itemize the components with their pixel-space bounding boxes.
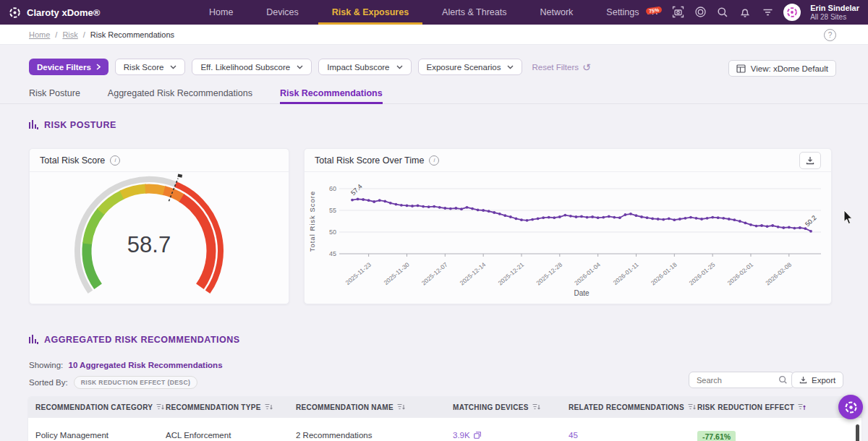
impact-subscore-filter[interactable]: Impact Subscore [318, 59, 411, 75]
reset-filters-button[interactable]: Reset Filters ↺ [532, 61, 590, 73]
nav-item-home[interactable]: Home [192, 0, 250, 25]
column-header-6[interactable]: RISK REDUCTION EFFECT [697, 397, 806, 418]
nav-item-devices[interactable]: Devices [250, 0, 315, 25]
search-icon[interactable] [716, 6, 729, 19]
score-badge: 75% [646, 6, 663, 14]
claroty-logo-icon [9, 7, 21, 19]
breadcrumb-home[interactable]: Home [29, 30, 50, 39]
eff-likelihood-subscore-filter[interactable]: Eff. Likelihood Subscore [192, 59, 312, 75]
tab-risk-posture[interactable]: Risk Posture [29, 85, 80, 103]
svg-text:58.7: 58.7 [127, 232, 171, 257]
help-icon[interactable]: ? [824, 29, 836, 41]
sort-chip[interactable]: RISK REDUCTION EFFECT (DESC) [74, 376, 197, 389]
filter-label: Eff. Likelihood Subscore [200, 63, 290, 72]
mouse-cursor [843, 210, 854, 225]
chevron-down-icon [297, 65, 303, 69]
column-header-2[interactable]: RECOMMENDATION TYPE [166, 397, 273, 418]
table-row[interactable]: Policy ManagementACL Enforcement2 Recomm… [28, 418, 861, 441]
nav-item-alerts-threats[interactable]: Alerts & Threats [425, 0, 523, 25]
breadcrumb-current: Risk Recommendations [90, 30, 174, 39]
export-label: Export [812, 376, 835, 385]
svg-text:Total Risk Score: Total Risk Score [308, 191, 316, 252]
tab-risk-recommendations[interactable]: Risk Recommendations [280, 85, 383, 103]
table-scrollbar[interactable] [856, 424, 859, 441]
info-icon[interactable]: i [429, 155, 439, 166]
card-header: Total Risk Score Over Time i [305, 149, 831, 172]
svg-text:2026-02-08: 2026-02-08 [764, 261, 793, 287]
svg-text:50.2: 50.2 [804, 214, 817, 228]
section-title: AGGREGATED RISK RECOMMENDATIONS [44, 335, 240, 345]
download-icon [799, 376, 807, 384]
svg-text:50: 50 [329, 228, 336, 236]
cell-matching-devices[interactable]: 3.9K [453, 431, 481, 440]
export-button[interactable]: Export [791, 372, 843, 388]
brand-title: Claroty xDome® [27, 7, 100, 18]
download-chart-button[interactable] [799, 152, 821, 169]
risk-score-gauge-icon[interactable]: 75% [643, 6, 662, 19]
risk-score-gauge: 58.7 [30, 171, 289, 304]
open-table-icon [474, 432, 481, 439]
bar-chart-icon [29, 335, 38, 345]
svg-text:2026-02-01: 2026-02-01 [726, 261, 755, 287]
svg-text:2025-11-23: 2025-11-23 [344, 261, 373, 286]
filter-label: Impact Subscore [327, 63, 389, 72]
table-search [689, 372, 794, 388]
nav-item-network[interactable]: Network [524, 0, 590, 25]
column-header-5[interactable]: RELATED RECOMMENDATIONS [569, 397, 696, 418]
related-recommendations-link[interactable]: 45 [569, 431, 578, 440]
column-header-1[interactable]: RECOMMENDATION CATEGORY [35, 397, 164, 418]
table-header-row: RECOMMENDATION CATEGORYRECOMMENDATION TY… [28, 397, 861, 418]
column-header-4[interactable]: MATCHING DEVICES [453, 397, 540, 418]
breadcrumb-separator: / [55, 30, 57, 39]
breadcrumb-separator: / [83, 30, 85, 39]
svg-text:55: 55 [329, 207, 336, 214]
filter-label: Exposure Scenarios [427, 63, 501, 72]
claroty-assistant-fab[interactable] [838, 395, 863, 419]
svg-text:2025-12-21: 2025-12-21 [497, 261, 526, 287]
device-filters-button[interactable]: Device Filters [29, 59, 109, 75]
svg-text:Date: Date [574, 289, 590, 297]
view-selector-button[interactable]: View: xDome Default [728, 60, 836, 77]
top-navbar: Claroty xDome® Home Devices Risk & Expos… [0, 0, 868, 25]
risk-reduction-badge: -77.61% [697, 431, 736, 441]
bar-chart-icon [29, 120, 38, 130]
cell-type: ACL Enforcement [166, 431, 231, 440]
chevron-down-icon [507, 65, 514, 69]
chevron-down-icon [396, 65, 403, 69]
aggregated-section-header: AGGREGATED RISK RECOMMENDATIONS [29, 335, 240, 345]
svg-text:2025-11-30: 2025-11-30 [383, 261, 411, 286]
search-icon [778, 375, 788, 385]
sorted-by-label: Sorted By: [29, 378, 68, 387]
copilot-icon[interactable] [694, 6, 707, 19]
filter-sort-icon [688, 403, 696, 411]
tab-aggregated-risk-recommendations[interactable]: Aggregated Risk Recommendations [108, 85, 252, 103]
column-label: RISK REDUCTION EFFECT [697, 403, 794, 411]
breadcrumb-risk[interactable]: Risk [62, 30, 77, 39]
matching-devices-link[interactable]: 3.9K [453, 431, 470, 440]
avatar[interactable] [783, 4, 801, 21]
svg-text:2026-01-18: 2026-01-18 [650, 261, 678, 287]
sort-asc-icon [798, 403, 806, 411]
filter-bar: Device Filters Risk Score Eff. Likelihoo… [29, 59, 591, 75]
notifications-bell-icon[interactable] [739, 6, 752, 19]
total-risk-score-card: Total Risk Score i 58.7 [29, 148, 289, 304]
search-input[interactable] [695, 375, 778, 385]
svg-text:2025-12-28: 2025-12-28 [535, 261, 563, 287]
sorted-by: Sorted By: RISK REDUCTION EFFECT (DESC) [29, 376, 197, 389]
svg-text:2025-12-07: 2025-12-07 [420, 261, 449, 287]
nav-item-risk-exposures[interactable]: Risk & Exposures [315, 0, 425, 25]
info-icon[interactable]: i [110, 155, 120, 166]
risk-score-over-time-card: Total Risk Score Over Time i 60555045Tot… [304, 148, 832, 304]
column-header-3[interactable]: RECOMMENDATION NAME [296, 397, 405, 418]
chevron-right-icon [96, 64, 101, 70]
user-info[interactable]: Erin Sindelar All 28 Sites [810, 4, 859, 21]
user-scope: All 28 Sites [810, 13, 859, 22]
exposure-scenarios-filter[interactable]: Exposure Scenarios [418, 59, 523, 75]
section-title: RISK POSTURE [44, 120, 116, 130]
scan-camera-icon[interactable] [671, 6, 684, 19]
cell-related-recommendations[interactable]: 45 [569, 431, 578, 440]
filter-funnel-icon[interactable] [761, 6, 774, 19]
risk-score-filter[interactable]: Risk Score [115, 59, 186, 75]
column-label: RECOMMENDATION CATEGORY [35, 403, 153, 411]
card-title: Total Risk Score Over Time [315, 155, 424, 166]
